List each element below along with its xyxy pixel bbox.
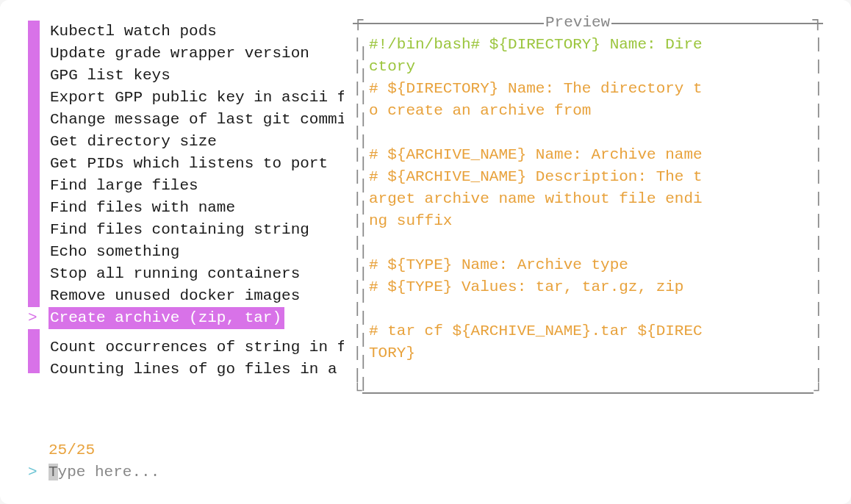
preview-line: # ${TYPE} Values: tar, tar.gz, zip [369,276,810,298]
list-item[interactable]: Export GPP public key in ascii f... [49,87,344,109]
search-prompt[interactable]: > Type here... [28,461,344,483]
list-item[interactable]: Remove unused docker images [49,285,344,307]
prompt-marker-icon: > [28,461,49,483]
list-item[interactable]: Get PIDs which listens to port [49,153,344,175]
preview-line: o create an archive from [369,100,810,122]
preview-line [369,298,810,320]
selection-marker-icon: > [28,307,40,329]
cursor-icon: T [49,464,58,480]
preview-line: # tar cf ${ARCHIVE_NAME}.tar ${DIREC [369,320,810,342]
preview-line [369,122,810,144]
preview-line: TORY} [369,342,810,364]
list-item[interactable]: Stop all running containers [49,263,344,285]
box-border-bottom [362,392,814,394]
preview-line: ctory [369,56,810,78]
search-input[interactable]: Type here... [49,461,159,483]
result-count: 25/25 [49,439,344,461]
list-item[interactable]: Change message of last git commit [49,109,344,131]
preview-line: # ${ARCHIVE_NAME} Description: The t [369,166,810,188]
preview-line: # ${ARCHIVE_NAME} Name: Archive name [369,144,810,166]
list-item[interactable]: Find files with name [49,197,344,219]
terminal-window: | | | | | | | | | | | | | | | | > Kubect… [0,0,851,504]
snippet-list[interactable]: Kubectl watch podsUpdate grade wrapper v… [49,21,344,439]
list-item[interactable]: Find files containing string [49,219,344,241]
list-item[interactable]: Get directory size [49,131,344,153]
placeholder-text: ype here... [58,464,160,480]
box-corner-bl-icon: └ [353,381,362,403]
preview-line: # ${TYPE} Name: Archive type [369,254,810,276]
preview-line [369,232,810,254]
list-item[interactable]: Echo something [49,241,344,263]
preview-bottom-border: └ ┘ [353,381,823,403]
list-item[interactable]: Count occurrences of string in file [49,336,344,359]
list-item[interactable]: Counting lines of go files in a ... [49,359,344,381]
preview-panel: ┌ ┐ Preview | | | | | | | | | | | | | | … [353,21,823,483]
preview-line: #!/bin/bash# ${DIRECTORY} Name: Dire [369,34,810,56]
list-item[interactable]: Kubectl watch pods [49,21,344,43]
preview-content: #!/bin/bash# ${DIRECTORY} Name: Director… [353,21,823,364]
list-item[interactable]: Find large files [49,175,344,197]
main-container: | | | | | | | | | | | | | | | | > Kubect… [28,21,823,483]
preview-box: ┌ ┐ Preview | | | | | | | | | | | | | | … [353,21,823,403]
box-corner-br-icon: ┘ [814,381,823,403]
list-panel: > Kubectl watch podsUpdate grade wrapper… [28,21,344,483]
preview-line: ng suffix [369,210,810,232]
list-item[interactable]: Update grade wrapper version [49,43,344,65]
preview-line: # ${DIRECTORY} Name: The directory t [369,78,810,100]
list-item[interactable]: GPG list keys [49,65,344,87]
preview-line: arget archive name without file endi [369,188,810,210]
